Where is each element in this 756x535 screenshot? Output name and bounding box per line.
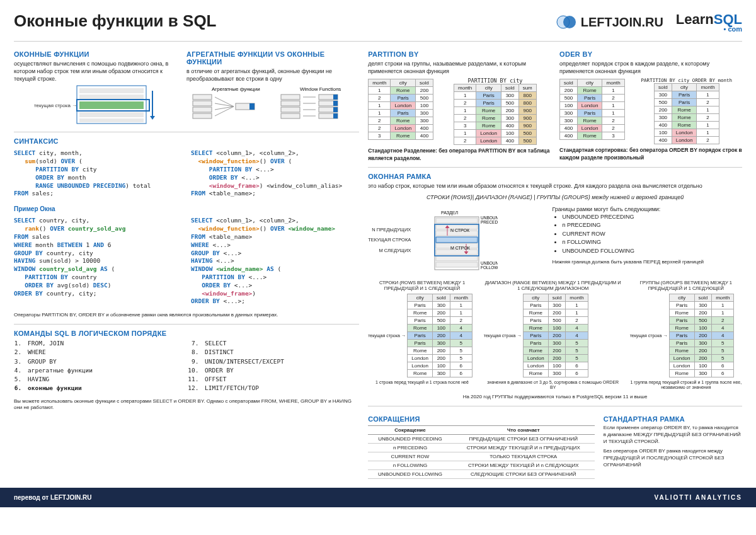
svg-rect-32 [436, 218, 478, 223]
p-agg-vs-win: в отличие от агрегатных функций, оконные… [186, 67, 359, 83]
agg-vs-win-illustration: Агрегатные функции Window Functions [186, 83, 359, 127]
h-partition: PARTITION BY [368, 50, 551, 58]
op-note: Операторы PARTITION BY, ORDER BY и обозн… [14, 312, 359, 319]
order-note: Стандартная сортировка: без оператора OR… [559, 147, 742, 161]
svg-text:N СТРОК: N СТРОК [450, 228, 470, 233]
bounds-note: Нижняя граница должна быть указана ПЕРЕД… [552, 259, 742, 266]
svg-rect-8 [79, 118, 144, 122]
svg-rect-28 [333, 107, 338, 112]
svg-rect-27 [333, 101, 338, 106]
leftjoin-logo: LEFTJOIN.RU [556, 14, 663, 30]
svg-text:PRECEDING: PRECEDING [481, 220, 498, 224]
bounds-heading: Границы рамки могут быть следующими: [552, 205, 742, 213]
partition-note: Стандартное Разделение: без оператора PA… [368, 147, 551, 162]
h-example: Пример Окна [14, 205, 359, 212]
svg-rect-4 [79, 95, 144, 100]
svg-rect-19 [281, 101, 300, 106]
order-note: Вы можете использовать оконные функции с… [14, 398, 359, 412]
svg-rect-18 [281, 95, 300, 100]
bounds-list: UNBOUNDED PRECEDINGn PRECEDINGCURRENT RO… [552, 213, 742, 256]
p-window-fn: осуществляют вычисления с помощью подвиж… [14, 60, 178, 83]
svg-rect-6 [79, 101, 144, 109]
h-agg-vs-win: АГРЕГАТНЫЕ ФУНКЦИИ VS ОКОННЫЕ ФУНКЦИИ [186, 50, 359, 66]
footer: перевод от LEFTJOIN.RU VALIOTTI ANALYTIC… [0, 488, 756, 507]
h-syntax: СИНТАКСИС [14, 137, 359, 145]
svg-rect-20 [281, 107, 300, 112]
svg-rect-15 [193, 113, 212, 118]
tbl-partition-out: monthcitysoldsum1Paris3008002Paris500800… [454, 84, 537, 145]
tbl-order-in: soldcitymonth200Rome1500Paris2100London1… [559, 79, 625, 140]
frame-types: СТРОКИ (ROWS)| ДИАПАЗОН (RANGE) | ГРУППЫ… [368, 193, 742, 201]
svg-point-1 [563, 16, 576, 28]
logos: LEFTJOIN.RU LearnSQL • com [556, 11, 742, 33]
df-p2: Без оператора ORDER BY рамка находится м… [604, 448, 742, 468]
svg-text:UNBOUNDED: UNBOUNDED [481, 261, 498, 265]
svg-rect-14 [193, 107, 212, 112]
h-window-fn: ОКОННЫЕ ФУНКЦИИ [14, 50, 178, 58]
svg-rect-17 [249, 103, 255, 110]
code-example-2: SELECT <column_1>, <column_2>, <window_f… [191, 217, 359, 306]
svg-text:РАЗДЕЛ: РАЗДЕЛ [441, 210, 458, 216]
code-example-1: SELECT country, city, rank() OVER countr… [14, 217, 182, 297]
tbl-order-out: soldcitymonth300Paris1500Paris2200Rome13… [654, 83, 719, 144]
svg-rect-12 [193, 95, 212, 100]
svg-rect-26 [333, 95, 338, 100]
tbl-partition-in: monthcitysold1Rome2002Paris5001London100… [368, 79, 433, 140]
svg-text:UNBOUNDED: UNBOUNDED [481, 216, 498, 220]
h-logical-order: КОМАНДЫ SQL В ЛОГИЧЕСКОМ ПОРЯДКЕ [14, 330, 359, 337]
abbr-table: СокращениеЧто означаетUNBOUNDED PRECEDIN… [368, 425, 595, 479]
learnsql-logo: LearnSQL • com [676, 11, 742, 33]
page-title: Оконные функции в SQL [14, 11, 216, 31]
h-orderby: ODER BY [559, 50, 742, 58]
pg-note: На 2020 год ГРУППЫ поддерживаются только… [368, 394, 742, 401]
svg-text:Window Functions: Window Functions [300, 86, 341, 92]
order-list-1: FROM, JOINWHEREGROUP BYагрегатные функци… [14, 339, 182, 393]
svg-rect-13 [193, 101, 212, 106]
order-list-2: SELECTDISTINCTUNION/INTERSECT/EXCEPTORDE… [191, 339, 359, 393]
svg-rect-39 [436, 237, 478, 243]
code-syntax-1: SELECT city, month, sum(sold) OVER ( PAR… [14, 149, 182, 198]
df-p1: Если применен оператор ORDER BY, то рамк… [604, 425, 742, 445]
h-frame: ОКОННАЯ РАМКА [368, 173, 742, 180]
svg-text:FOLLOWING: FOLLOWING [481, 265, 498, 270]
p-orderby: определяет порядок строк в каждом раздел… [559, 60, 742, 75]
window-illustration: текущая строка → [14, 83, 178, 127]
h-default-frame: СТАНДАРТНАЯ РАМКА [604, 415, 742, 423]
code-syntax-2: SELECT <column_1>, <column_2>, <window_f… [191, 149, 359, 198]
svg-rect-36 [436, 250, 478, 255]
svg-rect-38 [436, 262, 478, 267]
venn-icon [556, 14, 577, 30]
svg-rect-3 [79, 88, 144, 93]
svg-text:текущая строка →: текущая строка → [34, 103, 77, 108]
h-abbr: СОКРАЩЕНИЯ [368, 415, 595, 423]
p-frame: это набор строк, которые тем или иным об… [368, 182, 742, 190]
svg-text:Агрегатные функции: Агрегатные функции [212, 86, 260, 92]
svg-rect-37 [436, 256, 478, 261]
svg-rect-29 [333, 113, 338, 118]
frame-diagram: N ПРЕДЫДУЩИХ ТЕКУЩАЯ СТРОКА M СЛЕДУЩИХ Р… [368, 209, 543, 272]
svg-rect-7 [79, 112, 144, 117]
p-partition: делят строки на группы, называемые разде… [368, 60, 551, 75]
svg-rect-21 [281, 113, 300, 118]
svg-text:M СТРОК: M СТРОК [450, 246, 471, 250]
mini-tables: СТРОКИ (ROWS BETWEEN) МЕЖДУ 1 ПРЕДЫДУЩЕЙ… [368, 280, 742, 391]
